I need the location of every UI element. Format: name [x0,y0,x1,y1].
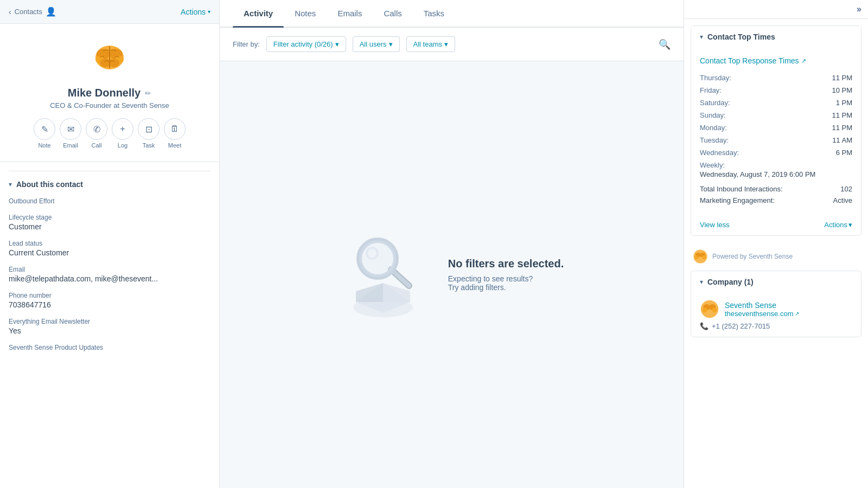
contact-name-row: Mike Donnelly ✏ [68,87,151,99]
monday-value: 11 PM [832,124,852,132]
svg-marker-10 [356,283,383,302]
marketing-engagement-value: Active [833,196,852,204]
newsletter-label: Everything Email Newsletter [9,318,210,325]
about-title: About this contact [16,180,83,189]
monday-time-row: Monday: 11 PM [700,124,852,132]
action-buttons-row: ✎ Note ✉ Email ✆ Call + Log ⊡ Task 🗓 Mee… [34,118,186,149]
log-button[interactable]: + Log [112,118,133,149]
sunday-value: 11 PM [832,111,852,119]
note-button[interactable]: ✎ Note [34,118,55,149]
filter-by-label: Filter by: [233,40,260,48]
svg-point-21 [703,255,706,259]
call-button[interactable]: ✆ Call [86,118,107,149]
tab-notes[interactable]: Notes [284,0,327,27]
back-to-contacts[interactable]: ‹ Contacts 👤 [9,7,56,17]
contact-top-times-footer: View less Actions ▾ [691,216,861,235]
tabs-bar: Activity Notes Emails Calls Tasks [220,0,684,28]
phone-field: Phone number 7038647716 [9,292,210,309]
sunday-time-row: Sunday: 11 PM [700,111,852,119]
empty-state-subtext1: Expecting to see results? [448,274,564,283]
search-button[interactable]: 🔍 [659,38,671,50]
email-icon: ✉ [60,118,81,140]
newsletter-field: Everything Email Newsletter Yes [9,318,210,335]
contact-top-times-title: Contact Top Times [707,33,775,41]
weekly-time-row: Weekly: Wednesday, August 7, 2019 6:00 P… [700,161,852,178]
collapse-panel-button[interactable]: » [857,4,861,14]
edit-contact-icon[interactable]: ✏ [145,89,151,98]
contact-profile: Mike Donnelly ✏ CEO & Co-Founder at Seve… [0,24,219,162]
tab-tasks[interactable]: Tasks [413,0,455,27]
tab-emails[interactable]: Emails [327,0,373,27]
meet-button[interactable]: 🗓 Meet [164,118,186,149]
empty-state: No filters are selected. Expecting to se… [220,61,684,488]
main-content: Activity Notes Emails Calls Tasks Filter… [220,0,684,488]
company-name[interactable]: Seventh Sense [725,301,799,310]
tuesday-label: Tuesday: [700,136,729,144]
filter-bar: Filter by: Filter activity (0/26) ▾ All … [220,28,684,61]
weekly-label: Weekly: [700,161,852,169]
company-logo [700,299,719,319]
email-label-text: Email [9,266,210,273]
seventh-sense-logo-small [693,249,708,264]
top-times-actions-button[interactable]: Actions ▾ [824,221,852,229]
filter-users-button[interactable]: All users ▾ [353,36,400,52]
contact-title: CEO & Co-Founder at Seventh Sense [50,101,169,110]
lifecycle-stage-value: Customer [9,222,210,231]
company-section-header[interactable]: ▾ Company (1) [691,271,861,293]
tuesday-value: 11 AM [832,136,852,144]
meet-icon: 🗓 [164,118,186,140]
tuesday-time-row: Tuesday: 11 AM [700,136,852,144]
phone-label: Phone number [9,292,210,299]
person-icon: 👤 [46,7,56,17]
contact-top-times-header[interactable]: ▾ Contact Top Times [691,26,861,48]
email-value: mike@telepathdata.com, mike@thesevent... [9,274,210,283]
filter-activity-button[interactable]: Filter activity (0/26) ▾ [266,36,346,52]
tab-activity[interactable]: Activity [233,0,284,27]
email-button[interactable]: ✉ Email [60,118,81,149]
email-field: Email mike@telepathdata.com, mike@thesev… [9,266,210,283]
wednesday-time-row: Wednesday: 6 PM [700,149,852,157]
call-icon: ✆ [86,118,107,140]
empty-state-subtext2: Try adding filters. [448,283,564,292]
tab-calls[interactable]: Calls [373,0,412,27]
contact-top-response-times-link[interactable]: Contact Top Response Times ↗ [700,56,852,65]
wednesday-value: 6 PM [836,149,852,157]
phone-value: 7038647716 [9,300,210,309]
powered-by-text: Powered by Seventh Sense [712,253,793,260]
saturday-time-row: Saturday: 1 PM [700,99,852,107]
about-header[interactable]: ▾ About this contact [9,180,210,189]
contact-top-times-card: ▾ Contact Top Times Contact Top Response… [691,25,861,236]
about-chevron-icon: ▾ [9,181,12,188]
weekly-value: Wednesday, August 7, 2019 6:00 PM [700,170,852,178]
total-inbound-row: Total Inbound Interactions: 102 [700,185,852,193]
note-icon: ✎ [34,118,55,140]
newsletter-value: Yes [9,326,210,335]
back-arrow-icon: ‹ [9,8,11,16]
external-link-icon: ↗ [801,57,806,65]
sidebar-actions-label: Actions [181,8,206,16]
filter-teams-dropdown-icon: ▾ [444,40,448,48]
svg-point-26 [712,307,717,312]
task-button[interactable]: ⊡ Task [138,118,159,149]
total-inbound-label: Total Inbound Interactions: [700,185,783,193]
company-info: Seventh Sense theseventhsense.com ↗ [725,301,799,318]
thursday-label: Thursday: [700,74,731,82]
no-filters-illustration [340,229,426,321]
sidebar-header: ‹ Contacts 👤 Actions ▾ [0,0,219,24]
lead-status-value: Current Customer [9,248,210,257]
company-chevron-icon: ▾ [700,278,703,286]
company-domain[interactable]: theseventhsense.com ↗ [725,310,799,318]
filter-teams-button[interactable]: All teams ▾ [406,36,455,52]
contact-name: Mike Donnelly [68,87,141,99]
lead-status-field: Lead status Current Customer [9,240,210,257]
filter-activity-dropdown-icon: ▾ [335,40,339,48]
right-panel: » ▾ Contact Top Times Contact Top Respon… [684,0,868,488]
sidebar-actions-button[interactable]: Actions ▾ [181,8,210,16]
outbound-effort-label: Outbound Effort [9,197,210,205]
contact-top-times-body: Contact Top Response Times ↗ Thursday: 1… [691,48,861,216]
view-less-button[interactable]: View less [700,221,730,229]
filter-users-dropdown-icon: ▾ [389,40,393,48]
company-row: Seventh Sense theseventhsense.com ↗ [700,299,852,319]
svg-point-20 [695,255,699,259]
company-domain-external-icon: ↗ [795,311,799,317]
